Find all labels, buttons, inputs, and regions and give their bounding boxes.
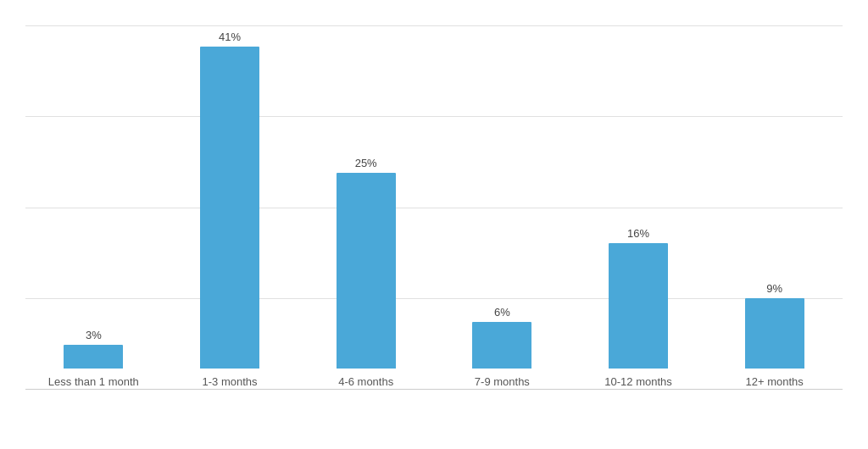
bar-percentage-1-3: 41% — [219, 30, 241, 43]
bar-group-less-than-1: 3%Less than 1 month — [25, 25, 162, 390]
bar-group-12plus: 9%12+ months — [706, 25, 843, 390]
bar-x-label-12plus: 12+ months — [746, 375, 804, 390]
bar-percentage-4-6: 25% — [355, 157, 377, 169]
bar-x-label-10-12: 10-12 months — [604, 375, 672, 390]
bar-percentage-10-12: 16% — [627, 227, 649, 240]
bar-less-than-1 — [64, 345, 123, 369]
bar-4-6 — [337, 173, 396, 369]
bar-x-label-less-than-1: Less than 1 month — [48, 375, 139, 390]
bar-x-label-1-3: 1-3 months — [202, 375, 257, 390]
bars-wrapper: 3%Less than 1 month41%1-3 months25%4-6 m… — [25, 25, 843, 390]
chart-area: 3%Less than 1 month41%1-3 months25%4-6 m… — [25, 25, 843, 390]
bar-1-3 — [200, 47, 259, 369]
bar-7-9 — [472, 322, 531, 369]
bar-group-10-12: 16%10-12 months — [570, 25, 707, 390]
bar-percentage-7-9: 6% — [494, 306, 510, 319]
bar-group-4-6: 25%4-6 months — [298, 25, 434, 390]
bar-percentage-less-than-1: 3% — [86, 329, 102, 341]
bar-x-label-7-9: 7-9 months — [475, 375, 530, 390]
bar-percentage-12plus: 9% — [766, 282, 782, 295]
bar-group-7-9: 6%7-9 months — [434, 25, 570, 390]
chart-container: 3%Less than 1 month41%1-3 months25%4-6 m… — [0, 0, 868, 449]
bar-10-12 — [609, 243, 668, 369]
bar-group-1-3: 41%1-3 months — [162, 25, 298, 390]
bar-12plus — [745, 298, 804, 369]
bar-x-label-4-6: 4-6 months — [338, 375, 393, 390]
